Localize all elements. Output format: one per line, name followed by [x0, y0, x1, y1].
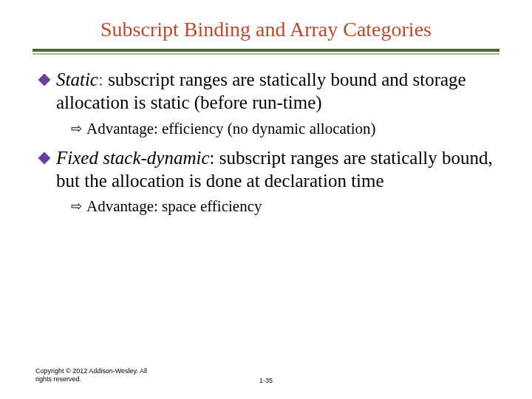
content-area: Static: subscript ranges are statically …: [35, 68, 497, 217]
sub-bullet-item: ⇨ Advantage: efficiency (no dynamic allo…: [71, 119, 494, 139]
title-rule: [33, 49, 499, 55]
sub-bullet-item: ⇨ Advantage: space efficiency: [71, 197, 494, 216]
footer: Copyright © 2012 Addison-Wesley. All rig…: [35, 367, 497, 384]
sub-bullet-text: Advantage: efficiency (no dynamic alloca…: [86, 119, 375, 139]
arrow-icon: ⇨: [71, 120, 82, 137]
bullet-item: Fixed stack-dynamic: subscript ranges ar…: [38, 146, 494, 193]
page-number: 1-35: [259, 377, 273, 384]
diamond-bullet-icon: [38, 152, 52, 166]
term: Fixed stack-dynamic: [56, 148, 210, 168]
bullet-text: Fixed stack-dynamic: subscript ranges ar…: [56, 146, 494, 193]
arrow-icon: ⇨: [71, 198, 82, 215]
diamond-bullet-icon: [38, 74, 52, 87]
slide: Subscript Binding and Array Categories S…: [0, 0, 532, 399]
colon: :: [98, 69, 103, 89]
copyright-text: Copyright © 2012 Addison-Wesley. All rig…: [35, 367, 154, 384]
bullet-text: Static: subscript ranges are statically …: [56, 68, 494, 115]
sub-bullet-text: Advantage: space efficiency: [86, 197, 262, 216]
bullet-item: Static: subscript ranges are statically …: [38, 68, 494, 115]
slide-title: Subscript Binding and Array Categories: [35, 18, 497, 41]
term: Static: [56, 69, 98, 89]
body-text: subscript ranges are statically bound an…: [56, 69, 466, 112]
